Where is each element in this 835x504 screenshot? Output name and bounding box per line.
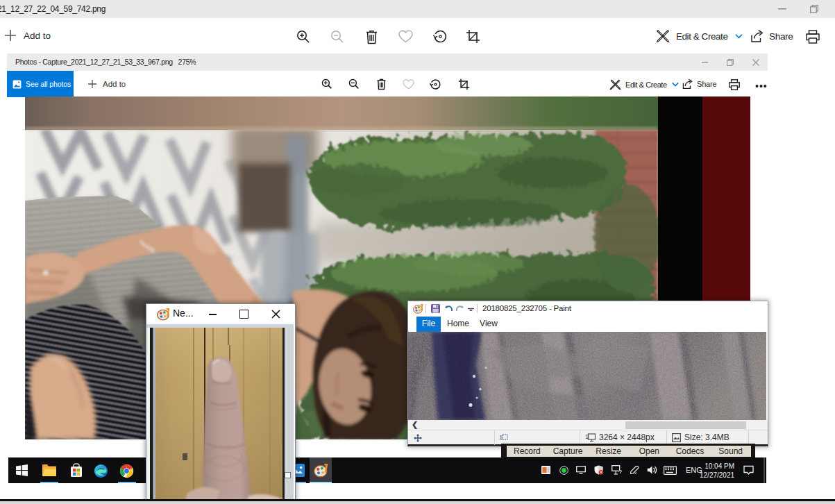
svg-text:1: 1 [499,434,503,441]
svg-text:x: x [634,471,636,475]
